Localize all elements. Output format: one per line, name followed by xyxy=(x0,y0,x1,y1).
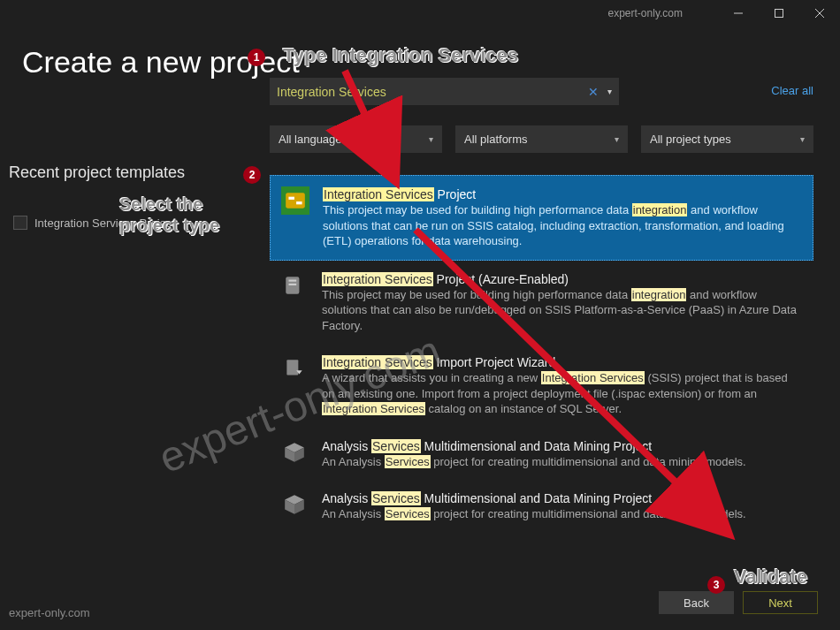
chevron-down-icon: ▾ xyxy=(615,134,619,144)
next-button[interactable]: Next xyxy=(743,591,818,614)
clear-search-icon[interactable]: ✕ xyxy=(583,85,604,99)
search-dropdown-icon[interactable]: ▾ xyxy=(604,87,612,96)
languages-dropdown[interactable]: All languages ▾ xyxy=(270,125,442,153)
template-title: Integration Services Project (Azure-Enab… xyxy=(322,271,803,287)
close-button[interactable] xyxy=(799,0,840,27)
watermark-bottom: expert-only.com xyxy=(9,606,90,619)
back-button[interactable]: Back xyxy=(659,591,734,614)
annotation-label-1: Type Integration Services xyxy=(283,44,518,67)
annotation-badge-3: 3 xyxy=(707,576,725,594)
template-body: Integration Services Project This projec… xyxy=(323,186,802,249)
recent-templates-header: Recent project templates xyxy=(9,163,185,182)
template-title: Analysis Services Multidimensional and D… xyxy=(322,438,803,454)
template-body: Integration Services Project (Azure-Enab… xyxy=(322,271,803,334)
clear-all-link[interactable]: Clear all xyxy=(771,84,813,97)
template-title: Integration Services Project xyxy=(323,186,802,202)
svg-rect-1 xyxy=(775,10,783,18)
template-item-analysis-services-2[interactable]: Analysis Services Multidimensional and D… xyxy=(270,480,813,533)
template-body: Integration Services Import Project Wiza… xyxy=(322,354,803,417)
template-description: This project may be used for building hi… xyxy=(323,202,802,249)
template-description: This project may be used for building hi… xyxy=(322,287,803,334)
svg-rect-6 xyxy=(296,201,302,204)
filter-row: All languages ▾ All platforms ▾ All proj… xyxy=(270,125,813,153)
template-title: Integration Services Import Project Wiza… xyxy=(322,354,803,370)
import-wizard-icon xyxy=(280,354,309,383)
template-list: Integration Services Project This projec… xyxy=(270,175,813,533)
template-item-import-wizard[interactable]: Integration Services Import Project Wiza… xyxy=(270,344,813,428)
analysis-cube-icon xyxy=(280,490,309,519)
template-item-integration-services-azure[interactable]: Integration Services Project (Azure-Enab… xyxy=(270,261,813,345)
annotation-label-2a: Select the xyxy=(119,194,202,215)
search-input[interactable] xyxy=(277,85,583,99)
button-bar: Back Next xyxy=(659,591,818,614)
template-item-integration-services-project[interactable]: Integration Services Project This projec… xyxy=(270,175,813,261)
project-types-label: All project types xyxy=(650,133,731,146)
titlebar-text: expert-only.com xyxy=(608,7,683,19)
chevron-down-icon: ▾ xyxy=(429,134,433,144)
platforms-dropdown[interactable]: All platforms ▾ xyxy=(455,125,628,153)
analysis-cube-icon xyxy=(280,438,309,467)
template-item-analysis-services-1[interactable]: Analysis Services Multidimensional and D… xyxy=(270,428,813,481)
template-body: Analysis Services Multidimensional and D… xyxy=(322,438,803,470)
maximize-button[interactable] xyxy=(759,0,799,27)
project-types-dropdown[interactable]: All project types ▾ xyxy=(641,125,813,153)
annotation-badge-1: 1 xyxy=(248,49,265,66)
svg-rect-5 xyxy=(288,197,294,200)
annotation-label-3: Validate xyxy=(734,565,807,588)
template-title: Analysis Services Multidimensional and D… xyxy=(322,490,803,506)
annotation-badge-2: 2 xyxy=(243,166,261,184)
platforms-label: All platforms xyxy=(464,133,528,146)
window-titlebar: expert-only.com xyxy=(0,0,840,27)
project-icon xyxy=(13,216,27,230)
svg-rect-10 xyxy=(286,361,298,376)
ssis-azure-icon xyxy=(280,271,309,300)
template-description: An Analysis Services project for creatin… xyxy=(322,506,803,522)
search-box[interactable]: ✕ ▾ xyxy=(270,78,619,105)
svg-rect-4 xyxy=(286,193,305,208)
languages-label: All languages xyxy=(279,133,347,146)
svg-rect-8 xyxy=(289,279,297,281)
chevron-down-icon: ▾ xyxy=(800,134,805,144)
template-body: Analysis Services Multidimensional and D… xyxy=(322,490,803,522)
minimize-button[interactable] xyxy=(718,0,759,27)
ssis-project-icon xyxy=(281,186,309,215)
svg-rect-9 xyxy=(289,283,297,285)
template-description: An Analysis Services project for creatin… xyxy=(322,454,803,470)
template-description: A wizard that assists you in creating a … xyxy=(322,370,803,417)
annotation-label-2b: project type xyxy=(119,216,219,236)
